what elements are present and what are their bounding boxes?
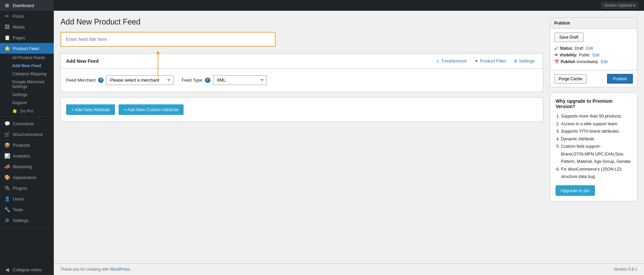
sidebar-item-appearance[interactable]: 🎨 Appearance xyxy=(0,172,54,183)
publish-time-row: 📅 Publish immediately Edit xyxy=(554,59,633,64)
content-main: Add New Product Feed Add New Feed ⚠ Trou… xyxy=(61,17,543,257)
filter-icon: ▼ xyxy=(475,59,479,63)
troubleshoot-button[interactable]: ⚠ Troubleshoot xyxy=(433,57,469,65)
plugins-icon: 🔌 xyxy=(4,185,10,191)
sidebar-item-comments[interactable]: 💬 Comments xyxy=(0,118,54,129)
visibility-row: 👁 Visibility: Public Edit xyxy=(554,53,633,57)
publish-box-header: Publish xyxy=(550,18,637,29)
sidebar-panel: Publish Save Draft 🖊 Status: Draft Edit … xyxy=(550,17,637,257)
publish-box-body: Save Draft 🖊 Status: Draft Edit 👁 Visibi… xyxy=(550,29,637,70)
publish-value: immediately xyxy=(576,59,598,64)
sidebar-item-analytics[interactable]: 📊 Analytics xyxy=(0,150,54,161)
footer-left: Thank you for creating with WordPress. xyxy=(61,267,131,272)
comments-icon: 💬 xyxy=(4,121,10,126)
content-area: Add New Product Feed Add New Feed ⚠ Trou… xyxy=(54,11,644,263)
purge-cache-button[interactable]: Purge Cache xyxy=(554,74,587,84)
sidebar-item-category-mapping[interactable]: Category Mapping xyxy=(9,70,54,78)
sidebar-item-add-new-feed[interactable]: Add New Feed xyxy=(9,62,54,70)
status-row: 🖊 Status: Draft Edit xyxy=(554,46,633,51)
users-icon: 👤 xyxy=(4,196,10,201)
status-icon: 🖊 xyxy=(554,46,558,51)
publish-label: Publish xyxy=(561,59,575,64)
feed-type-label: Feed Type xyxy=(182,78,202,83)
upgrade-point-4: Dynamic Attribute. xyxy=(561,135,632,143)
upgrade-point-3: Supports YITH brand attributes. xyxy=(561,128,632,135)
product-filter-button[interactable]: ▼ Product Filter xyxy=(472,57,509,65)
sidebar-item-all-product-feeds[interactable]: All Product Feeds xyxy=(9,54,54,62)
upgrade-point-6: Fix WooCommerce's (JSON-LD) structure da… xyxy=(561,166,632,181)
main-area: Screen Options ▾ Add New Product Feed Ad… xyxy=(54,0,644,275)
sidebar-item-users[interactable]: 👤 Users xyxy=(0,193,54,204)
sidebar-item-plugins[interactable]: 🔌 Plugins xyxy=(0,183,54,193)
publish-edit-link[interactable]: Edit xyxy=(601,59,608,64)
troubleshoot-icon: ⚠ xyxy=(436,59,440,63)
publish-box: Publish Save Draft 🖊 Status: Draft Edit … xyxy=(550,17,637,87)
add-new-attribute-button[interactable]: + Add New Attribute xyxy=(66,104,115,115)
upgrade-to-pro-button[interactable]: Upgrade to pro xyxy=(556,185,595,196)
annotation-wrapper: Add New Feed ⚠ Troubleshoot ▼ Product Fi… xyxy=(61,53,543,92)
sidebar: ⊞ Dashboard ✏ Posts 🖼 Media 📋 Pages ⭐ Pr… xyxy=(0,0,54,275)
publish-button[interactable]: Publish xyxy=(607,74,633,84)
attributes-section: + Add New Attribute + Add New Custom Att… xyxy=(61,97,543,122)
merchant-help-icon[interactable]: ? xyxy=(98,78,104,83)
sidebar-item-media[interactable]: 🖼 Media xyxy=(0,21,54,32)
merchant-select[interactable]: Please select a merchant Google Shopping… xyxy=(106,75,173,85)
sidebar-item-tools[interactable]: 🔧 Tools xyxy=(0,204,54,215)
collapse-menu-button[interactable]: ◀ Collapse menu xyxy=(0,264,54,275)
add-new-custom-attribute-button[interactable]: + Add New Custom Attribute xyxy=(119,104,184,115)
screen-options-button[interactable]: Screen Options ▾ xyxy=(601,2,639,9)
sidebar-item-support[interactable]: Support xyxy=(9,99,54,107)
dashboard-icon: ⊞ xyxy=(4,3,10,8)
wordpress-link[interactable]: WordPress xyxy=(110,267,130,272)
sidebar-item-woocommerce[interactable]: 🛒 WooCommerce xyxy=(0,129,54,140)
sidebar-item-products[interactable]: 📦 Products xyxy=(0,140,54,150)
settings-toolbar-icon: ⚙ xyxy=(514,59,518,63)
footer: Thank you for creating with WordPress. V… xyxy=(54,263,644,275)
product-feed-submenu: All Product Feeds Add New Feed Category … xyxy=(0,54,54,115)
topbar: Screen Options ▾ xyxy=(54,0,644,11)
collapse-icon: ◀ xyxy=(4,267,10,272)
toolbar-buttons: ⚠ Troubleshoot ▼ Product Filter ⚙ Settin… xyxy=(433,57,537,65)
settings-toolbar-button[interactable]: ⚙ Settings xyxy=(511,57,537,65)
pages-icon: 📋 xyxy=(4,35,10,40)
upgrade-point-2: Access to a elite support team. xyxy=(561,120,632,128)
sidebar-item-go-pro[interactable]: ⭐ Go Pro xyxy=(9,107,54,115)
sidebar-item-settings[interactable]: ⚙ Settings xyxy=(0,215,54,226)
posts-icon: ✏ xyxy=(4,13,10,19)
status-edit-link[interactable]: Edit xyxy=(586,46,593,51)
add-new-feed-label: Add New Feed xyxy=(66,58,98,64)
sidebar-item-google-merchant-settings[interactable]: Google Merchant Settings xyxy=(9,78,54,91)
visibility-value: Public xyxy=(579,53,590,57)
feed-type-group: Feed Type ? XML CSV TSV JSON xyxy=(182,75,267,85)
sidebar-item-marketing[interactable]: 📣 Marketing xyxy=(0,161,54,172)
media-icon: 🖼 xyxy=(4,24,10,30)
feed-form-row: Feed Merchant ? Please select a merchant… xyxy=(66,75,537,85)
sidebar-item-settings-sub[interactable]: Settings xyxy=(9,91,54,99)
upgrade-title: Why upgrade to Premium Version? xyxy=(556,98,632,109)
products-icon: 📦 xyxy=(4,142,10,148)
visibility-label: Visibility: xyxy=(560,53,577,57)
feed-toolbar: Add New Feed ⚠ Troubleshoot ▼ Product Fi… xyxy=(61,53,543,68)
upgrade-point-5: Custom field support - Brand,GTIN,MPN,UP… xyxy=(561,143,632,166)
woocommerce-icon: 🛒 xyxy=(4,132,10,137)
product-feed-icon: ⭐ xyxy=(4,46,10,51)
settings-icon: ⚙ xyxy=(4,218,10,223)
sidebar-item-dashboard[interactable]: ⊞ Dashboard xyxy=(0,0,54,11)
merchant-label: Feed Merchant xyxy=(66,78,95,83)
arrow-head-up xyxy=(156,51,160,54)
appearance-icon: 🎨 xyxy=(4,175,10,180)
visibility-icon: 👁 xyxy=(554,53,558,57)
sidebar-item-posts[interactable]: ✏ Posts xyxy=(0,11,54,21)
sidebar-item-pages[interactable]: 📋 Pages xyxy=(0,32,54,43)
visibility-edit-link[interactable]: Edit xyxy=(593,53,600,57)
analytics-icon: 📊 xyxy=(4,153,10,158)
save-draft-button[interactable]: Save Draft xyxy=(554,33,583,42)
sidebar-item-product-feed[interactable]: ⭐ Product Feed xyxy=(0,43,54,54)
feed-form: Feed Merchant ? Please select a merchant… xyxy=(61,68,543,92)
feed-type-select[interactable]: XML CSV TSV JSON xyxy=(213,75,267,85)
upgrade-points-list: Supports more than 50 products. Access t… xyxy=(556,112,632,181)
feed-title-input[interactable] xyxy=(61,32,276,47)
publish-box-footer: Purge Cache Publish xyxy=(550,70,637,87)
feed-type-help-icon[interactable]: ? xyxy=(205,78,210,83)
footer-version: Version 5.8.1 xyxy=(614,267,637,272)
